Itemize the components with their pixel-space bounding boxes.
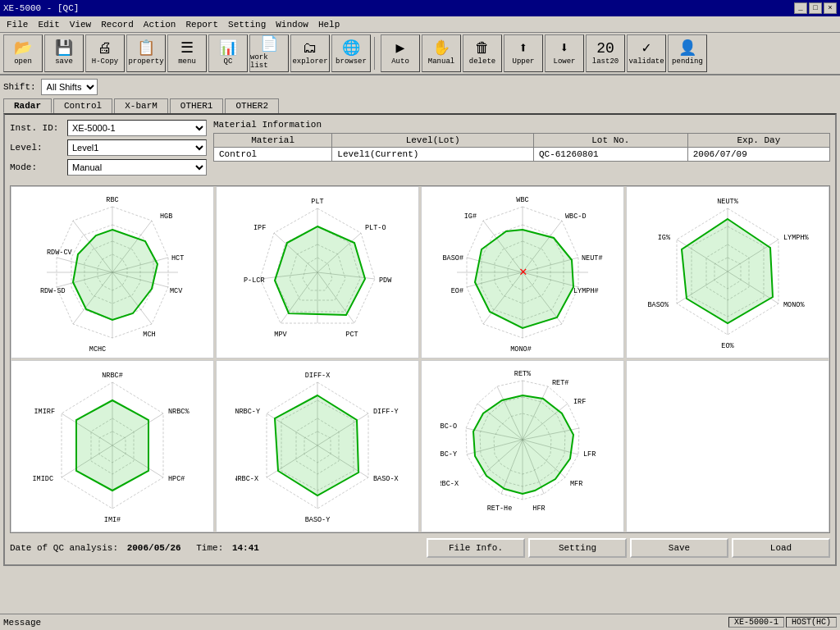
menu-item-help[interactable]: Help bbox=[313, 18, 345, 31]
menu-item-report[interactable]: Report bbox=[180, 18, 223, 31]
svg-text:IMIDC: IMIDC bbox=[32, 475, 53, 483]
material-table: Material Level(Lot) Lot No. Exp. Day Con… bbox=[213, 133, 830, 162]
svg-text:NRBC%: NRBC% bbox=[168, 408, 189, 416]
plt-chart: PLT PLT-O PDW PCT MPV P-LCR IPF bbox=[216, 186, 419, 358]
menu-item-setting[interactable]: Setting bbox=[223, 18, 271, 31]
svg-text:DIFF-X: DIFF-X bbox=[305, 372, 331, 380]
toolbar-btn-save[interactable]: 💾save bbox=[44, 34, 84, 72]
menu-item-view[interactable]: View bbox=[65, 18, 96, 31]
material-title: Material Information bbox=[213, 120, 830, 130]
svg-marker-30 bbox=[275, 226, 365, 315]
toolbar-btn-browser[interactable]: 🌐browser bbox=[331, 34, 371, 72]
svg-marker-93 bbox=[275, 395, 358, 495]
toolbar-btn-validate[interactable]: ✓validate bbox=[627, 34, 666, 72]
left-panel: Inst. ID: XE-5000-1 Level: Level1 Mode: … bbox=[10, 120, 207, 179]
svg-text:PLT-O: PLT-O bbox=[365, 224, 386, 232]
status-message: Message bbox=[3, 618, 41, 628]
menu-item-file[interactable]: File bbox=[2, 18, 33, 31]
footer-btn-setting[interactable]: Setting bbox=[528, 538, 627, 558]
title-bar: XE-5000 - [QC] _ □ × bbox=[0, 0, 840, 16]
inst-id-select[interactable]: XE-5000-1 bbox=[67, 120, 207, 136]
footer-btn-file-info-[interactable]: File Info. bbox=[427, 538, 525, 558]
toolbar-btn-open[interactable]: 📂open bbox=[3, 34, 43, 72]
svg-text:IPF: IPF bbox=[253, 224, 266, 232]
svg-text:✕: ✕ bbox=[519, 265, 527, 280]
svg-text:WBC: WBC bbox=[516, 196, 528, 204]
mat-level: Level1(Current) bbox=[332, 148, 534, 162]
toolbar-btn-H-Copy[interactable]: 🖨H-Copy bbox=[85, 34, 125, 72]
shift-select[interactable]: All Shifts bbox=[41, 79, 98, 95]
toolbar-btn-delete[interactable]: 🗑delete bbox=[463, 34, 502, 72]
menu-item-action[interactable]: Action bbox=[139, 18, 181, 31]
maximize-button[interactable]: □ bbox=[809, 2, 822, 14]
shift-row: Shift: All Shifts bbox=[3, 79, 837, 95]
svg-text:MCH: MCH bbox=[143, 331, 155, 339]
toolbar: 📂open💾save🖨H-Copy📋property☰menu📊QC📄work … bbox=[0, 33, 840, 75]
tab-x-barm[interactable]: X-barM bbox=[114, 98, 168, 113]
main-content: Shift: All Shifts RadarControlX-barMOTHE… bbox=[0, 75, 840, 569]
svg-text:P-LCR: P-LCR bbox=[244, 276, 265, 285]
svg-text:EO%: EO% bbox=[721, 342, 734, 350]
level-select[interactable]: Level1 bbox=[67, 139, 207, 156]
toolbar-btn-Lower[interactable]: ⬇Lower bbox=[545, 34, 584, 72]
footer-buttons: File Info.SettingSaveLoad bbox=[427, 538, 830, 558]
svg-text:LFR: LFR bbox=[583, 450, 596, 459]
minimize-button[interactable]: _ bbox=[794, 2, 807, 14]
menu-item-record[interactable]: Record bbox=[96, 18, 139, 31]
toolbar-btn-work-list[interactable]: 📄work list bbox=[249, 34, 289, 72]
svg-text:RDW-CV: RDW-CV bbox=[47, 249, 73, 257]
date-time-display: Date of QC analysis: 2006/05/26 Time: 14… bbox=[10, 543, 259, 553]
menu-item-edit[interactable]: Edit bbox=[33, 18, 64, 31]
footer-btn-save[interactable]: Save bbox=[630, 538, 728, 558]
svg-text:NEUT%: NEUT% bbox=[717, 198, 738, 206]
svg-text:MCHC: MCHC bbox=[89, 345, 106, 354]
menu-item-window[interactable]: Window bbox=[271, 18, 313, 31]
level-label: Level: bbox=[10, 143, 67, 153]
svg-text:NRBC-X: NRBC-X bbox=[235, 475, 258, 483]
toolbar-btn-last20[interactable]: 20last20 bbox=[586, 34, 625, 72]
svg-text:IRF: IRF bbox=[573, 398, 586, 406]
svg-marker-65 bbox=[682, 219, 773, 323]
rbc-chart: RBC HGB HCT MCV MCH MCHC RDW-SD RDW-CV bbox=[11, 186, 214, 358]
svg-text:EO#: EO# bbox=[451, 287, 463, 295]
svg-text:HCT: HCT bbox=[171, 254, 184, 262]
diff-chart: DIFF-X DIFF-Y BASO-X BASO-Y NRBC-X NRBC-… bbox=[216, 360, 419, 532]
svg-text:BASO%: BASO% bbox=[647, 301, 669, 309]
toolbar-btn-Upper[interactable]: ⬆Upper bbox=[504, 34, 543, 72]
wbc-chart: ✕ WBC WBC-D NEUT# LYMPH# MONO# EO# BASO#… bbox=[421, 186, 624, 358]
tab-other2[interactable]: OTHER2 bbox=[225, 98, 279, 113]
tab-radar[interactable]: Radar bbox=[3, 98, 52, 113]
svg-text:NRBC#: NRBC# bbox=[102, 372, 123, 380]
toolbar-btn-property[interactable]: 📋property bbox=[126, 34, 166, 72]
svg-text:IMIRF: IMIRF bbox=[34, 408, 55, 416]
toolbar-btn-Manual[interactable]: ✋Manual bbox=[422, 34, 461, 72]
svg-text:MONO#: MONO# bbox=[510, 345, 532, 354]
toolbar-btn-explorer[interactable]: 🗂explorer bbox=[290, 34, 330, 72]
bottom-bar: Date of QC analysis: 2006/05/26 Time: 14… bbox=[10, 536, 830, 559]
svg-text:BASO-Y: BASO-Y bbox=[305, 516, 331, 524]
footer-btn-load[interactable]: Load bbox=[732, 538, 830, 558]
status-device: XE-5000-1 bbox=[728, 617, 784, 628]
toolbar-btn-menu[interactable]: ☰menu bbox=[167, 34, 207, 72]
svg-text:WBC-D: WBC-D bbox=[565, 212, 587, 221]
mode-select[interactable]: Manual bbox=[67, 159, 207, 176]
svg-text:HPC#: HPC# bbox=[168, 475, 185, 483]
charts-grid: RBC HGB HCT MCV MCH MCHC RDW-SD RDW-CV bbox=[10, 185, 830, 533]
toolbar-btn-pending[interactable]: 👤pending bbox=[668, 34, 707, 72]
svg-text:RET#: RET# bbox=[552, 379, 568, 387]
tab-bar: RadarControlX-barMOTHER1OTHER2 bbox=[3, 98, 837, 113]
svg-text:HFR: HFR bbox=[532, 504, 545, 513]
tab-other1[interactable]: OTHER1 bbox=[170, 98, 224, 113]
mat-lot: QC-61260801 bbox=[533, 148, 687, 162]
close-button[interactable]: × bbox=[824, 2, 837, 14]
svg-text:RDW-SD: RDW-SD bbox=[40, 287, 66, 295]
svg-text:PLT: PLT bbox=[311, 198, 323, 206]
svg-text:RBC: RBC bbox=[106, 196, 118, 204]
tab-control[interactable]: Control bbox=[53, 98, 112, 113]
toolbar-btn-QC[interactable]: 📊QC bbox=[208, 34, 248, 72]
right-panel: Material Information Material Level(Lot)… bbox=[213, 120, 830, 179]
svg-text:MFR: MFR bbox=[570, 480, 582, 488]
svg-text:RET-He: RET-He bbox=[487, 504, 513, 513]
toolbar-btn-Auto[interactable]: ▶Auto bbox=[381, 34, 420, 72]
svg-text:MONO%: MONO% bbox=[783, 301, 805, 309]
